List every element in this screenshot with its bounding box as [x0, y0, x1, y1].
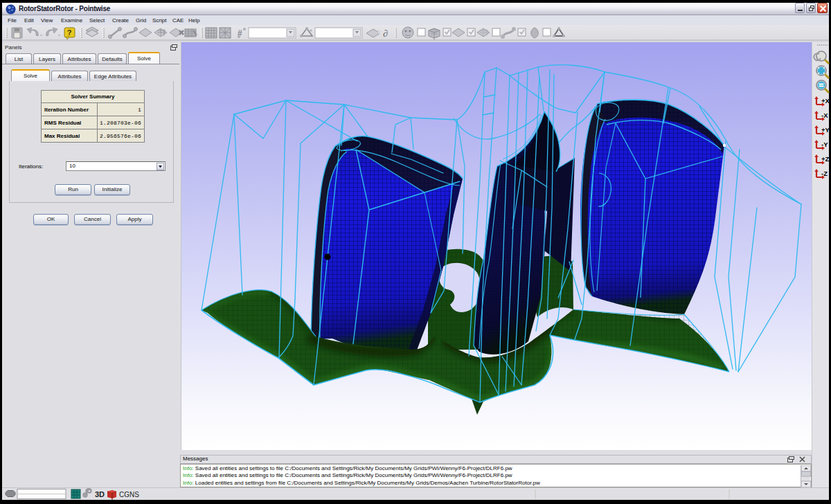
- svg-text:-Y: -Y: [821, 141, 828, 148]
- svg-text:-Z: -Z: [821, 170, 828, 177]
- svg-text:3D: 3D: [95, 490, 105, 498]
- svg-text:CGNS: CGNS: [119, 491, 139, 498]
- svg-text:+Y: +Y: [821, 126, 830, 134]
- svg-text:-X: -X: [821, 111, 828, 119]
- svg-text:+X: +X: [821, 97, 830, 105]
- svg-text:+Z: +Z: [821, 155, 830, 163]
- svg-text:?: ?: [67, 28, 72, 37]
- svg-text:∂: ∂: [383, 28, 388, 39]
